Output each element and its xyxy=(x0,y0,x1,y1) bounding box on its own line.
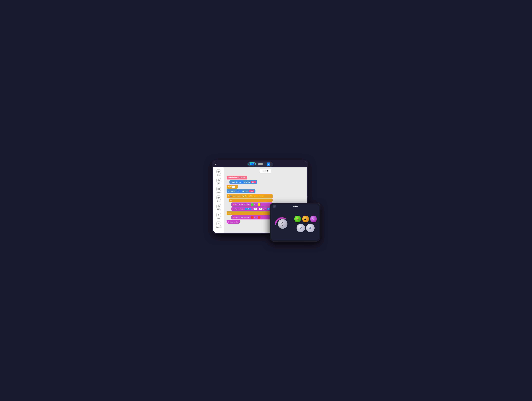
led-icon: 🔆 xyxy=(233,204,235,205)
turn-dir-dropdown[interactable]: left xyxy=(237,190,242,192)
project-title-bar: 冲刺-7 xyxy=(227,169,304,174)
flower-icon-button[interactable]: ✿ xyxy=(302,216,309,222)
led-right-color-red[interactable] xyxy=(258,216,260,219)
turn-arrow-icon: ↩ xyxy=(228,190,229,192)
robot-label: robot receive light by xyxy=(233,195,247,197)
svg-line-23 xyxy=(300,227,300,227)
phone-title: Driving xyxy=(292,205,298,207)
phone-topbar: ‹ Driving xyxy=(271,204,319,208)
sidebar-label-math: Math xyxy=(217,218,220,219)
block-wait[interactable]: wait 5 s xyxy=(227,185,238,189)
controls-icon xyxy=(216,221,221,226)
svg-text:✤: ✤ xyxy=(218,180,219,181)
back-button[interactable]: ‹ xyxy=(215,163,216,166)
joystick-base[interactable]: ▲ ◀ ▶ ▼ xyxy=(278,219,287,229)
y-val[interactable]: 0 xyxy=(259,208,262,210)
svg-marker-1 xyxy=(218,171,219,172)
trigger-label: when button pressed xyxy=(228,177,246,179)
phone-bottom-icons xyxy=(294,224,317,232)
move-icon: ✤ xyxy=(216,178,221,182)
led-else-icon: 🔆 xyxy=(233,216,235,218)
led-left-color-green[interactable] xyxy=(251,203,253,206)
seconds-label: s xyxy=(236,186,236,188)
block-show-drawing[interactable]: ● show drawing port1 x 0 y 0 draw 0_0 xyxy=(231,207,273,211)
slider-icon xyxy=(258,163,263,165)
project-title[interactable]: 冲刺-7 xyxy=(260,169,271,174)
sidebar-item-move[interactable]: ✤ Move xyxy=(214,177,223,185)
phone-top-icons: 🏃 ✿ xyxy=(294,216,317,222)
controller-icon xyxy=(267,162,270,166)
wait-label: wait xyxy=(228,186,231,188)
sidebar-item-detect[interactable]: Detect xyxy=(214,203,223,211)
j-botleft xyxy=(280,225,282,226)
x-val[interactable]: 0 xyxy=(253,208,257,210)
tab-controller[interactable] xyxy=(265,162,272,166)
sidebar-item-controls[interactable]: Controls xyxy=(214,220,223,229)
tab-blocks[interactable] xyxy=(248,162,256,166)
draw-label: draw xyxy=(263,208,266,210)
phone-back-button[interactable]: ‹ xyxy=(273,205,276,208)
run-icon-button[interactable]: 🏃 xyxy=(294,216,301,222)
led-left-color-red[interactable] xyxy=(251,216,253,219)
svg-line-22 xyxy=(302,227,302,227)
wait-value[interactable]: 5 xyxy=(232,186,235,188)
block-turn[interactable]: ↩ turn turn left at speed 100 xyxy=(227,189,255,193)
block-do: do xyxy=(229,199,273,202)
block-led-do[interactable]: 🔆 set LED on board left right xyxy=(231,202,273,207)
block-led-else[interactable]: 🔆 set LED on board left right xyxy=(231,215,273,220)
run-label: run xyxy=(232,181,235,183)
blocks-icon xyxy=(250,163,254,165)
svg-point-18 xyxy=(300,227,301,228)
event-icon xyxy=(216,195,221,200)
sidebar-item-math[interactable]: ✚ Math xyxy=(214,212,223,220)
left2-label: left xyxy=(248,216,250,218)
sidebar-item-display[interactable]: Display xyxy=(214,186,223,194)
detect-icon xyxy=(216,204,221,208)
condition-icon: 🤖 xyxy=(229,195,232,197)
stop-icon: ⊘ xyxy=(228,221,229,223)
stop-label: stop moving xyxy=(230,221,239,223)
j-topright xyxy=(283,221,285,223)
sidebar-item-begin[interactable]: Begin xyxy=(214,168,223,177)
scene: ‹ xyxy=(212,160,320,241)
sidebar-item-event[interactable]: Event xyxy=(214,194,223,203)
set-led-label: set LED on board xyxy=(235,204,248,205)
j-center xyxy=(282,223,283,225)
turn-val[interactable]: 100 xyxy=(249,190,254,192)
j-topleft xyxy=(280,221,282,223)
x-label: x xyxy=(252,208,253,210)
j-left: ◀ xyxy=(280,223,282,225)
right2-label: right xyxy=(254,216,257,218)
block-stop[interactable]: ⊘ stop moving xyxy=(227,220,240,224)
wave-icon-button[interactable] xyxy=(310,216,317,222)
block-run[interactable]: ↑ run forward at speed 255 xyxy=(229,180,257,184)
if-label: if xyxy=(228,195,229,197)
led-right-color-yellow[interactable] xyxy=(258,203,260,206)
arrow-up-icon: ↑ xyxy=(231,181,232,183)
speed-value[interactable]: 255 xyxy=(251,181,256,183)
forward-dropdown[interactable]: forward xyxy=(235,181,243,183)
tablet-topbar: ‹ xyxy=(213,161,307,167)
svg-text:✚: ✚ xyxy=(218,214,219,216)
j-down: ▼ xyxy=(282,225,283,226)
sidebar-label-begin: Begin xyxy=(217,174,220,176)
block-trigger[interactable]: when button pressed xyxy=(227,176,247,180)
sidebar-label-display: Display xyxy=(216,192,221,193)
tab-slider[interactable] xyxy=(257,163,264,166)
light-icon-button[interactable] xyxy=(297,224,305,232)
display-icon xyxy=(216,187,221,191)
else-label: else xyxy=(228,212,231,214)
port-dropdown[interactable]: port1 xyxy=(245,208,251,210)
right-label: right xyxy=(254,204,257,205)
sound-icon-button[interactable] xyxy=(306,224,315,232)
sensor-box[interactable]: light sensor on board xyxy=(248,195,264,197)
sidebar: Begin ✤ Move Display xyxy=(213,167,224,233)
svg-text:✿: ✿ xyxy=(304,218,306,220)
sidebar-label-controls: Controls xyxy=(216,226,221,228)
joystick-area[interactable]: ▲ ◀ ▶ ▼ xyxy=(273,214,292,233)
turn-label: turn turn xyxy=(230,190,236,192)
svg-marker-24 xyxy=(309,227,311,229)
svg-marker-6 xyxy=(218,197,219,198)
block-if[interactable]: if 🤖 robot receive light by light sensor… xyxy=(227,194,273,198)
svg-point-9 xyxy=(218,206,219,207)
